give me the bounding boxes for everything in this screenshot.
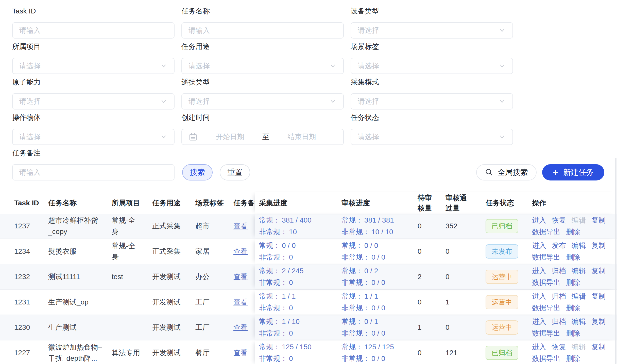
action-link[interactable]: 删除 [566, 302, 580, 314]
table-row: 1227 微波炉加热食物–干扰–depth降... 算法专用 开发测试 餐厅 查… [0, 340, 617, 364]
task-remark-input[interactable] [12, 164, 175, 180]
chevron-down-icon [498, 133, 506, 141]
action-link[interactable]: 复制 [591, 316, 606, 327]
filter-field-atomic-ability: 原子能力 请选择 [12, 77, 175, 110]
global-search-button[interactable]: 全局搜索 [476, 164, 537, 180]
action-link[interactable]: 恢复 [552, 341, 566, 353]
irregular-label: 非常规： [341, 253, 370, 261]
action-link[interactable]: 进入 [532, 341, 546, 353]
action-link[interactable]: 删除 [566, 277, 580, 288]
header-task-id: Task ID [0, 199, 48, 207]
status-badge: 已归档 [486, 346, 518, 360]
view-remark-link[interactable]: 查看 [233, 222, 248, 230]
cell-task-name: 微波炉加热食物–干扰–depth降... [48, 342, 112, 364]
select-placeholder: 请选择 [358, 61, 498, 71]
task-name-input[interactable] [181, 22, 344, 39]
operate-object-select[interactable]: 请选择 [12, 129, 175, 145]
irregular-label: 非常规： [259, 355, 287, 362]
cell-collect-progress: 常规：381 / 400 非常规：10 [255, 214, 337, 238]
action-link[interactable]: 复制 [591, 265, 606, 277]
teleop-type-select[interactable]: 请选择 [181, 93, 344, 110]
action-link[interactable]: 复制 [591, 290, 606, 302]
status-badge: 未发布 [486, 244, 518, 259]
action-link[interactable]: 发布 [552, 240, 566, 251]
action-link[interactable]: 复制 [591, 341, 606, 353]
task-status-select[interactable]: 请选择 [351, 129, 513, 145]
action-link[interactable]: 删除 [566, 327, 580, 339]
cell-task-id: 1231 [0, 298, 48, 306]
header-status: 任务状态 [485, 198, 529, 208]
cell-purpose: 正式采集 [152, 221, 195, 231]
action-link[interactable]: 归档 [552, 265, 566, 277]
action-link[interactable]: 删除 [566, 251, 580, 263]
action-link[interactable]: 进入 [532, 265, 546, 277]
chevron-down-icon [160, 62, 167, 70]
action-link[interactable]: 复制 [591, 214, 606, 226]
atomic-ability-select[interactable]: 请选择 [12, 93, 175, 110]
cell-scene: 家居 [195, 247, 233, 256]
regular-label: 常规： [259, 216, 280, 224]
purpose-select[interactable]: 请选择 [181, 58, 344, 74]
filter-label: 所属项目 [12, 42, 175, 52]
header-approved-count: 审核通过量 [444, 193, 485, 213]
header-project: 所属项目 [112, 197, 152, 209]
action-link[interactable]: 编辑 [572, 290, 586, 302]
filter-field-purpose: 任务用途 请选择 [181, 42, 344, 74]
cell-pending-count: 0 [416, 298, 444, 306]
new-task-button[interactable]: + 新建任务 [542, 164, 604, 180]
global-search-label: 全局搜索 [498, 167, 528, 178]
action-link[interactable]: 数据导出 [532, 251, 560, 263]
actions-line-2: 数据导出删除 [532, 302, 606, 314]
filter-field-create-time: 创建时间 开始日期 至 结束日期 [181, 113, 344, 145]
project-select[interactable]: 请选择 [12, 58, 175, 74]
action-link[interactable]: 数据导出 [532, 277, 560, 288]
action-link[interactable]: 编辑 [572, 265, 586, 277]
action-link[interactable]: 编辑 [572, 316, 586, 327]
create-time-range-picker[interactable]: 开始日期 至 结束日期 [181, 129, 344, 145]
actions-line-2: 数据导出删除 [532, 251, 606, 263]
cell-task-id: 1230 [0, 323, 48, 332]
regular-label: 常规： [341, 242, 363, 249]
cell-scene: 超市 [195, 221, 233, 231]
cell-purpose: 正式采集 [152, 247, 195, 256]
filter-form: Task ID 任务名称 设备类型 请选择 所属项目 请选择 任务用途 请选择 [0, 0, 617, 145]
view-remark-link[interactable]: 查看 [233, 247, 248, 255]
action-link[interactable]: 进入 [532, 214, 546, 226]
action-link[interactable]: 数据导出 [532, 302, 560, 314]
action-link[interactable]: 进入 [532, 316, 546, 327]
search-button[interactable]: 搜索 [182, 164, 213, 180]
cell-review-progress: 常规：1 / 1 非常规：0 / 0 [337, 290, 416, 314]
action-link[interactable]: 数据导出 [532, 327, 560, 339]
view-remark-link[interactable]: 查看 [233, 298, 248, 306]
filter-field-task-name: 任务名称 [181, 6, 344, 39]
scene-tag-select[interactable]: 请选择 [351, 58, 513, 74]
action-link[interactable]: 编辑 [572, 240, 586, 251]
action-link[interactable]: 进入 [532, 290, 546, 302]
action-link[interactable]: 删除 [566, 353, 580, 364]
view-remark-link[interactable]: 查看 [233, 323, 248, 331]
task-table: Task ID 任务名称 所属项目 任务用途 场景标签 任务备注 采集进度 审核… [0, 192, 617, 364]
scrollbar[interactable] [615, 158, 616, 364]
action-link[interactable]: 复制 [591, 240, 606, 251]
action-link[interactable]: 数据导出 [532, 353, 560, 364]
reset-button[interactable]: 重置 [220, 164, 250, 180]
action-link[interactable]: 进入 [532, 240, 546, 251]
action-link[interactable]: 数据导出 [532, 226, 560, 238]
action-link[interactable]: 归档 [552, 316, 566, 327]
action-link: 编辑 [572, 341, 586, 353]
irregular-label: 非常规： [341, 279, 370, 286]
cell-purpose: 开发测试 [152, 323, 195, 332]
actions-line-2: 数据导出删除 [532, 226, 606, 238]
cell-pending-count: 2 [416, 273, 444, 281]
view-remark-link[interactable]: 查看 [233, 349, 248, 357]
collect-mode-select[interactable]: 请选择 [351, 93, 513, 110]
status-badge: 运营中 [486, 320, 518, 335]
status-badge: 运营中 [486, 270, 518, 284]
action-link[interactable]: 删除 [566, 226, 580, 238]
action-link[interactable]: 恢复 [552, 214, 566, 226]
device-type-select[interactable]: 请选择 [351, 22, 513, 39]
action-link[interactable]: 归档 [552, 290, 566, 302]
task-id-input[interactable] [12, 22, 175, 39]
view-remark-link[interactable]: 查看 [233, 273, 248, 281]
header-remark: 任务备注 [233, 198, 255, 208]
